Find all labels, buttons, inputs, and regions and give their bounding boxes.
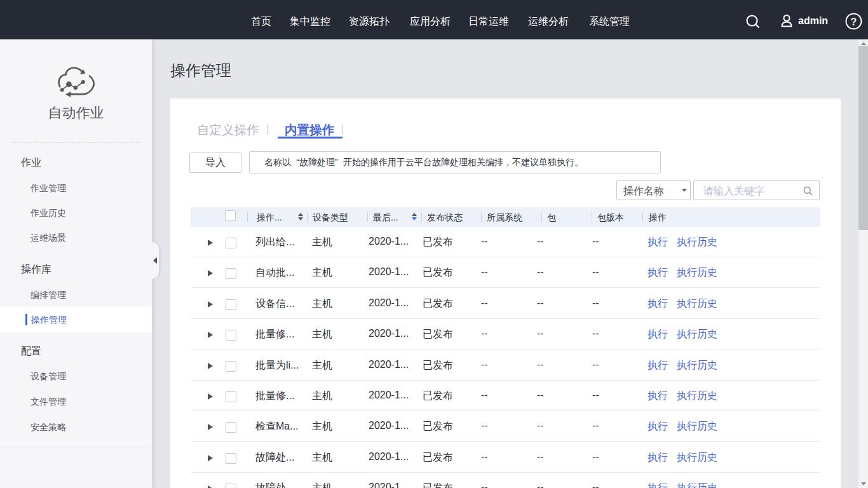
svg-text:?: ? bbox=[851, 17, 857, 27]
